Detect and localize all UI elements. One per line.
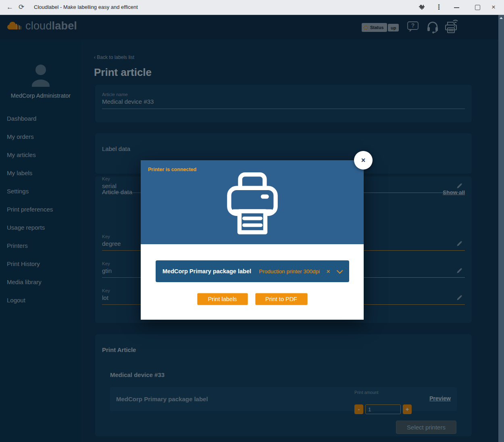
minimize-button[interactable] [454, 7, 459, 8]
print-modal-body: MedCorp Primary package label Production… [141, 244, 364, 320]
selected-label-name: MedCorp Primary package label [162, 268, 251, 274]
extensions-icon[interactable] [418, 4, 425, 12]
print-modal-header: Printer is connected [141, 160, 364, 244]
modal-close-button[interactable]: × [354, 151, 373, 170]
browser-back-icon[interactable]: ← [6, 0, 13, 15]
browser-title: Cloudlabel - Make labelling easy and eff… [34, 0, 138, 15]
scrollbar-up-icon[interactable] [500, 17, 503, 19]
window-close-button[interactable]: × [492, 0, 496, 15]
print-modal: Printer is connected MedCorp Primary pac… [141, 160, 364, 320]
chevron-down-icon[interactable] [337, 267, 343, 274]
browser-chrome: ← ⟳ Cloudlabel - Make labelling easy and… [0, 0, 504, 15]
printer-icon [220, 168, 285, 239]
browser-reload-icon[interactable]: ⟳ [19, 0, 24, 15]
printer-connected-status: Printer is connected [148, 167, 196, 172]
print-to-pdf-button[interactable]: Print to PDF [255, 293, 308, 305]
modal-buttons: Print labels Print to PDF [141, 293, 364, 305]
printer-select-bar[interactable]: MedCorp Primary package label Production… [156, 260, 349, 282]
maximize-button[interactable] [475, 5, 480, 10]
page-scrollbar[interactable] [498, 15, 504, 442]
selected-printer-name: Production printer 300dpi [259, 268, 320, 274]
app-root: cloudlabel Status up ? [0, 15, 504, 442]
remove-printer-icon[interactable]: × [326, 268, 330, 275]
print-labels-button[interactable]: Print labels [197, 293, 248, 305]
browser-menu-icon[interactable]: ⋮ [435, 0, 442, 15]
